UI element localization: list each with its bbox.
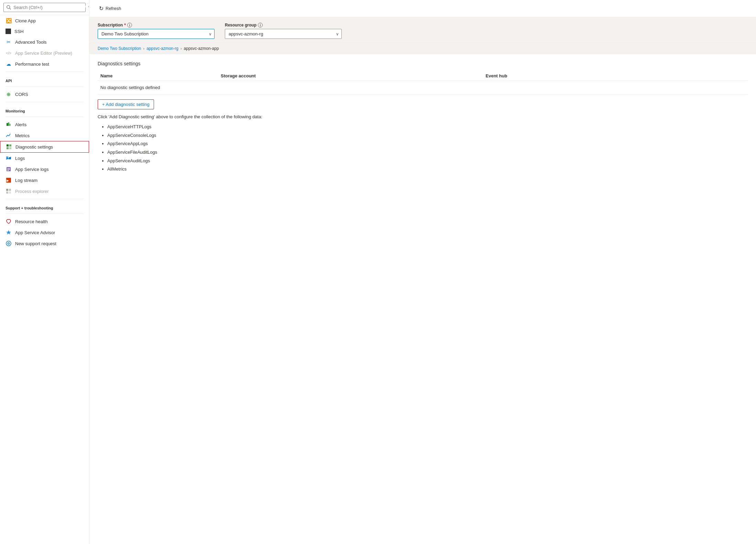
add-diagnostic-setting-button[interactable]: + Add diagnostic setting xyxy=(98,99,154,109)
sidebar-item-performance-test[interactable]: ☁ Performance test xyxy=(0,58,89,69)
resource-group-info-icon[interactable]: i xyxy=(258,23,263,28)
breadcrumb-current-item: appsvc-azmon-app xyxy=(184,46,219,51)
diagnostic-settings-icon xyxy=(6,144,12,150)
performance-test-icon: ☁ xyxy=(6,61,12,67)
sidebar-item-label: Alerts xyxy=(15,122,84,127)
svg-rect-11 xyxy=(7,169,10,170)
refresh-button[interactable]: ↻ Refresh xyxy=(96,3,124,13)
subscription-row: Subscription * i Demo Two Subscription ∨… xyxy=(89,17,756,43)
sidebar-item-ssh[interactable]: SSH xyxy=(0,26,89,36)
sidebar-section-api: API ⊕ CORS xyxy=(0,72,89,100)
svg-text:▶: ▶ xyxy=(7,179,9,182)
sidebar-item-diagnostic-settings[interactable]: Diagnostic settings xyxy=(0,141,89,153)
sidebar-item-label: Resource health xyxy=(15,219,84,224)
svg-rect-16 xyxy=(9,189,11,191)
col-header-eventhub: Event hub xyxy=(483,73,748,78)
svg-rect-0 xyxy=(7,123,8,126)
sidebar-item-label: Performance test xyxy=(15,62,84,67)
resource-group-select-wrapper: appsvc-azmon-rg ∨ xyxy=(225,29,342,39)
section-label-api: API xyxy=(0,74,89,84)
sidebar-item-alerts[interactable]: Alerts xyxy=(0,119,89,130)
resource-group-field-group: Resource group i appsvc-azmon-rg ∨ xyxy=(225,23,342,39)
divider xyxy=(6,199,84,199)
sidebar-item-metrics[interactable]: Metrics xyxy=(0,130,89,141)
sidebar-item-log-stream[interactable]: ▶ Log stream xyxy=(0,175,89,186)
sidebar-item-new-support-request[interactable]: New support request xyxy=(0,238,89,249)
diagnostic-table-header: Name Storage account Event hub xyxy=(98,71,748,81)
sidebar-search-container xyxy=(0,0,89,15)
sidebar-item-process-explorer: Process explorer xyxy=(0,186,89,197)
breadcrumb: Demo Two Subscription › appsvc-azmon-rg … xyxy=(89,43,756,54)
svg-rect-1 xyxy=(8,122,9,126)
svg-point-21 xyxy=(8,243,10,244)
log-stream-icon: ▶ xyxy=(6,177,12,183)
divider xyxy=(6,86,84,87)
breadcrumb-resource-group-link[interactable]: appsvc-azmon-rg xyxy=(146,46,178,51)
search-input[interactable] xyxy=(3,3,86,12)
list-item: AppServiceHTTPLogs xyxy=(107,123,748,131)
list-item: AllMetrics xyxy=(107,165,748,174)
svg-marker-19 xyxy=(6,230,11,235)
sidebar-item-resource-health[interactable]: Resource health xyxy=(0,216,89,227)
divider xyxy=(6,214,84,214)
add-diagnostic-setting-label: + Add diagnostic setting xyxy=(102,102,150,107)
list-item: AppServiceFileAuditLogs xyxy=(107,148,748,157)
sidebar-item-label: Log stream xyxy=(15,178,84,183)
sidebar-item-logs[interactable]: Logs xyxy=(0,153,89,164)
sidebar-item-label: SSH xyxy=(14,29,84,34)
sidebar-item-label: New support request xyxy=(15,241,84,246)
alerts-icon xyxy=(6,121,12,128)
sidebar-item-label: Diagnostic settings xyxy=(15,144,83,150)
list-item: AppServiceAppLogs xyxy=(107,140,748,148)
sidebar-item-label: App Service Advisor xyxy=(15,230,84,235)
svg-rect-18 xyxy=(9,192,11,194)
metrics-icon xyxy=(6,132,12,139)
sidebar-item-label: Logs xyxy=(15,156,84,161)
diagnostic-settings-content: Diagnostics settings Name Storage accoun… xyxy=(89,54,756,181)
sidebar-item-advanced-tools[interactable]: ✂ Advanced Tools xyxy=(0,36,89,47)
advanced-tools-icon: ✂ xyxy=(6,39,12,45)
sidebar: 🔀 Clone App SSH ✂ Advanced Tools </> App… xyxy=(0,0,89,544)
sidebar-item-clone-app[interactable]: 🔀 Clone App xyxy=(0,15,89,26)
sidebar-item-label: Process explorer xyxy=(15,189,84,194)
sidebar-item-label: Metrics xyxy=(15,133,84,138)
svg-rect-15 xyxy=(6,189,8,191)
toolbar: ↻ Refresh xyxy=(89,0,756,17)
svg-rect-6 xyxy=(9,147,11,149)
resource-health-icon xyxy=(6,218,12,225)
svg-rect-2 xyxy=(9,124,11,126)
sidebar-item-cors[interactable]: ⊕ CORS xyxy=(0,89,89,100)
sidebar-item-label: CORS xyxy=(15,92,84,97)
svg-rect-12 xyxy=(7,170,9,171)
subscription-info-icon[interactable]: i xyxy=(127,23,132,28)
data-types-list: AppServiceHTTPLogs AppServiceConsoleLogs… xyxy=(98,123,748,174)
app-service-advisor-icon xyxy=(6,229,12,236)
sidebar-item-app-service-logs[interactable]: App Service logs xyxy=(0,164,89,175)
svg-rect-5 xyxy=(7,147,9,149)
breadcrumb-sep-2: › xyxy=(180,46,182,51)
main-content: ↻ Refresh Subscription * i Demo Two Subs… xyxy=(89,0,756,544)
svg-rect-4 xyxy=(9,144,11,146)
resource-group-select[interactable]: appsvc-azmon-rg xyxy=(225,29,342,39)
svg-rect-10 xyxy=(7,168,10,169)
sidebar-section-top: 🔀 Clone App SSH ✂ Advanced Tools </> App… xyxy=(0,15,89,69)
svg-rect-17 xyxy=(6,192,8,194)
subscription-select[interactable]: Demo Two Subscription xyxy=(98,29,215,39)
resource-group-label: Resource group i xyxy=(225,23,342,28)
refresh-icon: ↻ xyxy=(99,5,103,12)
sidebar-section-support: Support + troubleshooting Resource healt… xyxy=(0,199,89,249)
divider xyxy=(6,117,84,117)
col-header-storage: Storage account xyxy=(218,73,483,78)
sidebar-item-label: App Service logs xyxy=(15,167,84,172)
subscription-field-group: Subscription * i Demo Two Subscription ∨ xyxy=(98,23,215,39)
diagnostic-settings-title: Diagnostics settings xyxy=(98,61,748,66)
col-header-name: Name xyxy=(98,73,218,78)
sidebar-item-app-service-advisor[interactable]: App Service Advisor xyxy=(0,227,89,238)
breadcrumb-subscription-link[interactable]: Demo Two Subscription xyxy=(98,46,141,51)
clone-app-icon: 🔀 xyxy=(6,18,12,24)
svg-point-20 xyxy=(6,241,11,246)
logs-icon xyxy=(6,155,12,161)
list-item: AppServiceAuditLogs xyxy=(107,157,748,165)
subscription-select-wrapper: Demo Two Subscription ∨ xyxy=(98,29,215,39)
sidebar-item-label: Advanced Tools xyxy=(15,40,84,45)
